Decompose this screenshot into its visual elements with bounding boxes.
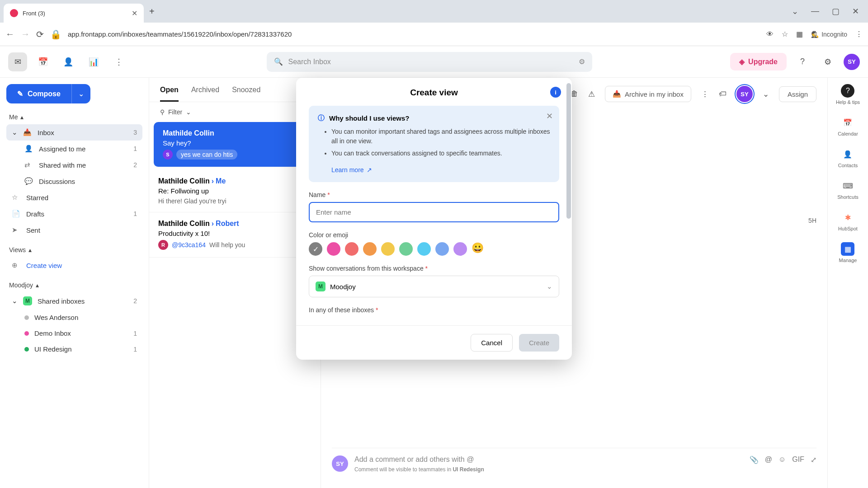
modal-scrollbar[interactable] — [566, 83, 571, 324]
color-swatches: ✓ 😀 — [309, 242, 559, 256]
minimize-icon[interactable]: — — [811, 6, 819, 16]
color-swatch[interactable] — [327, 242, 340, 256]
workspace-label: Show conversations from this workspace * — [309, 265, 559, 272]
tab-favicon — [10, 9, 18, 17]
color-swatch[interactable] — [381, 242, 395, 256]
browser-tab[interactable]: Front (3) ✕ — [4, 4, 144, 23]
search-icon: 🔍 — [274, 57, 283, 66]
modal-title: Create view — [309, 88, 559, 98]
calendar-nav-icon[interactable]: 📅 — [33, 52, 52, 71]
browser-url-bar: ← → ⟳ 🔒 app.frontapp.com/inboxes/teammat… — [0, 23, 868, 46]
learn-more-link[interactable]: Learn more↗ — [331, 166, 372, 174]
more-nav-icon[interactable]: ⋮ — [109, 52, 128, 71]
reload-icon[interactable]: ⟳ — [36, 29, 44, 40]
tabs-dropdown-icon[interactable]: ⌄ — [792, 6, 798, 16]
search-filter-icon[interactable]: ⚙ — [579, 57, 585, 66]
contacts-nav-icon[interactable]: 👤 — [59, 52, 78, 71]
inbox-nav-icon[interactable]: ✉ — [8, 52, 27, 71]
url-text[interactable]: app.frontapp.com/inboxes/teammates/15619… — [68, 30, 760, 38]
tab-close-icon[interactable]: ✕ — [132, 9, 137, 18]
search-placeholder: Search Inbox — [288, 58, 331, 66]
close-window-icon[interactable]: ✕ — [852, 6, 859, 16]
incognito-icon: 🕵️ — [811, 31, 819, 38]
browser-menu-icon[interactable]: ⋮ — [855, 30, 863, 38]
tab-title: Front (3) — [23, 10, 127, 17]
workspace-dropdown[interactable]: M Moodjoy ⌄ — [309, 276, 559, 297]
color-swatch[interactable] — [363, 242, 377, 256]
user-avatar[interactable]: SY — [844, 54, 860, 70]
settings-icon[interactable]: ⚙ — [818, 52, 837, 71]
extensions-icon[interactable]: ▦ — [796, 30, 803, 38]
help-icon[interactable]: ? — [793, 52, 812, 71]
new-tab-button[interactable]: + — [149, 6, 155, 17]
close-icon[interactable]: ✕ — [546, 111, 553, 121]
lock-icon[interactable]: 🔒 — [50, 29, 61, 40]
color-swatch[interactable] — [345, 242, 359, 256]
back-icon[interactable]: ← — [5, 29, 14, 39]
browser-tab-bar: Front (3) ✕ + ⌄ — ▢ ✕ — [0, 0, 868, 23]
info-circle-icon: ⓘ — [318, 114, 325, 122]
cancel-button[interactable]: Cancel — [471, 334, 513, 352]
color-swatch[interactable] — [453, 242, 467, 256]
chevron-down-icon: ⌄ — [547, 282, 552, 291]
external-link-icon: ↗ — [367, 166, 372, 174]
app-header: ✉ 📅 👤 📊 ⋮ 🔍 Search Inbox ⚙ ◈ Upgrade ? ⚙… — [0, 46, 868, 78]
incognito-badge: 🕵️ Incognito — [811, 31, 847, 38]
create-view-modal: Create view i ✕ ⓘWhy should I use views?… — [296, 78, 572, 360]
modal-overlay: Create view i ✕ ⓘWhy should I use views?… — [0, 78, 868, 488]
color-swatch[interactable] — [399, 242, 413, 256]
info-box: ✕ ⓘWhy should I use views? You can monit… — [309, 106, 559, 182]
color-swatch[interactable]: ✓ — [309, 242, 322, 256]
emoji-swatch[interactable]: 😀 — [472, 242, 485, 256]
window-controls: ⌄ — ▢ ✕ — [792, 6, 868, 16]
name-input[interactable] — [309, 202, 559, 222]
upgrade-button[interactable]: ◈ Upgrade — [730, 53, 787, 70]
inboxes-label: In any of these inboxes * — [309, 306, 559, 314]
color-label: Color or emoji — [309, 231, 559, 239]
name-label: Name * — [309, 191, 559, 198]
analytics-nav-icon[interactable]: 📊 — [84, 52, 103, 71]
color-swatch[interactable] — [435, 242, 449, 256]
diamond-icon: ◈ — [739, 57, 745, 66]
bookmark-star-icon[interactable]: ☆ — [782, 30, 788, 38]
color-swatch[interactable] — [417, 242, 431, 256]
workspace-badge: M — [316, 282, 326, 291]
maximize-icon[interactable]: ▢ — [832, 6, 840, 16]
search-bar[interactable]: 🔍 Search Inbox ⚙ — [267, 52, 592, 72]
info-icon[interactable]: i — [550, 87, 561, 98]
eye-off-icon[interactable]: 👁 — [766, 30, 774, 38]
create-button[interactable]: Create — [519, 334, 559, 352]
forward-icon: → — [21, 29, 30, 39]
